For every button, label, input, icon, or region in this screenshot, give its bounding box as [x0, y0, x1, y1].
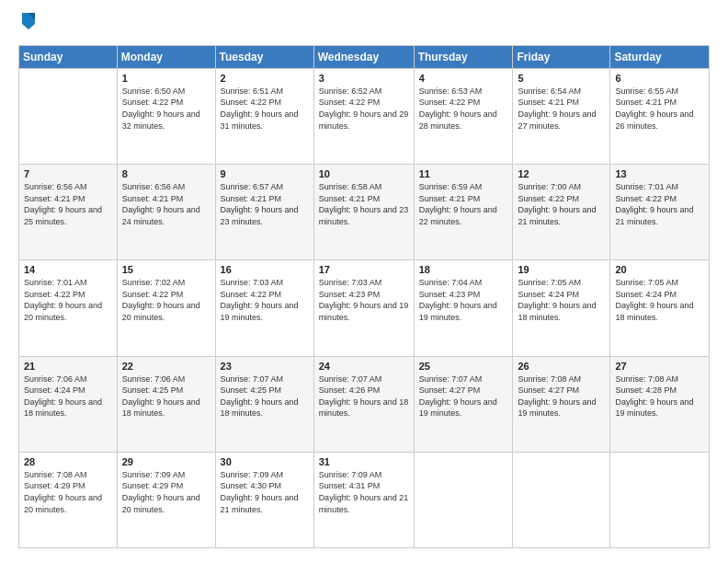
day-info: Sunrise: 7:01 AMSunset: 4:22 PMDaylight:…	[24, 277, 112, 323]
calendar-week-5: 28Sunrise: 7:08 AMSunset: 4:29 PMDayligh…	[19, 452, 710, 547]
day-info: Sunrise: 7:05 AMSunset: 4:24 PMDaylight:…	[615, 277, 704, 323]
calendar-cell: 22Sunrise: 7:06 AMSunset: 4:25 PMDayligh…	[117, 356, 215, 452]
calendar-cell: 19Sunrise: 7:05 AMSunset: 4:24 PMDayligh…	[513, 260, 610, 356]
day-number: 17	[319, 264, 409, 275]
day-info: Sunrise: 6:59 AMSunset: 4:21 PMDaylight:…	[419, 181, 508, 227]
day-number: 3	[319, 73, 409, 84]
day-number: 23	[221, 361, 309, 372]
day-info: Sunrise: 7:07 AMSunset: 4:25 PMDaylight:…	[221, 373, 309, 419]
day-info: Sunrise: 6:50 AMSunset: 4:22 PMDaylight:…	[122, 86, 210, 132]
calendar-cell: 30Sunrise: 7:09 AMSunset: 4:30 PMDayligh…	[215, 452, 313, 547]
day-info: Sunrise: 7:08 AMSunset: 4:29 PMDaylight:…	[24, 469, 112, 515]
calendar-cell: 5Sunrise: 6:54 AMSunset: 4:21 PMDaylight…	[513, 68, 610, 164]
calendar-cell: 24Sunrise: 7:07 AMSunset: 4:26 PMDayligh…	[313, 356, 414, 452]
calendar-cell: 13Sunrise: 7:01 AMSunset: 4:22 PMDayligh…	[610, 165, 710, 260]
calendar-cell: 11Sunrise: 6:59 AMSunset: 4:21 PMDayligh…	[414, 165, 513, 260]
header	[18, 15, 710, 36]
weekday-header-monday: Monday	[117, 45, 215, 68]
day-number: 24	[319, 361, 409, 372]
day-number: 22	[122, 361, 210, 372]
calendar-cell: 23Sunrise: 7:07 AMSunset: 4:25 PMDayligh…	[215, 356, 313, 452]
weekday-header-friday: Friday	[513, 45, 610, 68]
calendar-cell: 14Sunrise: 7:01 AMSunset: 4:22 PMDayligh…	[19, 260, 118, 356]
calendar-cell	[19, 68, 118, 164]
day-number: 2	[221, 73, 309, 84]
logo-icon	[20, 11, 37, 31]
day-info: Sunrise: 7:05 AMSunset: 4:24 PMDaylight:…	[518, 277, 605, 323]
day-number: 25	[419, 361, 508, 372]
day-info: Sunrise: 6:52 AMSunset: 4:22 PMDaylight:…	[319, 86, 409, 132]
day-info: Sunrise: 7:03 AMSunset: 4:22 PMDaylight:…	[221, 277, 309, 323]
day-info: Sunrise: 7:08 AMSunset: 4:28 PMDaylight:…	[615, 373, 704, 419]
weekday-header-thursday: Thursday	[414, 45, 513, 68]
day-number: 6	[615, 73, 704, 84]
logo-text	[18, 15, 37, 36]
weekday-header-row: SundayMondayTuesdayWednesdayThursdayFrid…	[19, 45, 710, 68]
weekday-header-saturday: Saturday	[610, 45, 710, 68]
calendar-cell	[610, 452, 710, 547]
day-number: 4	[419, 73, 508, 84]
calendar-cell: 1Sunrise: 6:50 AMSunset: 4:22 PMDaylight…	[117, 68, 215, 164]
day-number: 21	[24, 361, 112, 372]
day-info: Sunrise: 6:51 AMSunset: 4:22 PMDaylight:…	[221, 86, 309, 132]
calendar-cell: 3Sunrise: 6:52 AMSunset: 4:22 PMDaylight…	[313, 68, 414, 164]
day-info: Sunrise: 6:55 AMSunset: 4:21 PMDaylight:…	[615, 86, 704, 132]
day-number: 13	[615, 168, 704, 179]
day-info: Sunrise: 7:08 AMSunset: 4:27 PMDaylight:…	[518, 373, 605, 419]
day-info: Sunrise: 6:53 AMSunset: 4:22 PMDaylight:…	[419, 86, 508, 132]
calendar-cell: 18Sunrise: 7:04 AMSunset: 4:23 PMDayligh…	[414, 260, 513, 356]
day-number: 7	[24, 168, 112, 179]
day-number: 18	[419, 264, 508, 275]
day-number: 8	[122, 168, 210, 179]
calendar-week-1: 1Sunrise: 6:50 AMSunset: 4:22 PMDaylight…	[19, 68, 710, 164]
calendar-week-2: 7Sunrise: 6:56 AMSunset: 4:21 PMDaylight…	[19, 165, 710, 260]
day-info: Sunrise: 6:54 AMSunset: 4:21 PMDaylight:…	[518, 86, 605, 132]
calendar-cell: 17Sunrise: 7:03 AMSunset: 4:23 PMDayligh…	[313, 260, 414, 356]
day-info: Sunrise: 7:04 AMSunset: 4:23 PMDaylight:…	[419, 277, 508, 323]
calendar-cell: 25Sunrise: 7:07 AMSunset: 4:27 PMDayligh…	[414, 356, 513, 452]
day-number: 29	[122, 456, 210, 467]
day-number: 14	[24, 264, 112, 275]
calendar-week-3: 14Sunrise: 7:01 AMSunset: 4:22 PMDayligh…	[19, 260, 710, 356]
day-number: 11	[419, 168, 508, 179]
calendar-cell: 31Sunrise: 7:09 AMSunset: 4:31 PMDayligh…	[313, 452, 414, 547]
calendar-cell: 8Sunrise: 6:56 AMSunset: 4:21 PMDaylight…	[117, 165, 215, 260]
day-info: Sunrise: 7:02 AMSunset: 4:22 PMDaylight:…	[122, 277, 210, 323]
calendar-cell: 7Sunrise: 6:56 AMSunset: 4:21 PMDaylight…	[19, 165, 118, 260]
day-number: 28	[24, 456, 112, 467]
day-number: 19	[518, 264, 605, 275]
day-info: Sunrise: 7:09 AMSunset: 4:29 PMDaylight:…	[122, 469, 210, 515]
calendar-cell: 6Sunrise: 6:55 AMSunset: 4:21 PMDaylight…	[610, 68, 710, 164]
calendar-cell: 27Sunrise: 7:08 AMSunset: 4:28 PMDayligh…	[610, 356, 710, 452]
calendar-cell: 26Sunrise: 7:08 AMSunset: 4:27 PMDayligh…	[513, 356, 610, 452]
calendar-cell: 15Sunrise: 7:02 AMSunset: 4:22 PMDayligh…	[117, 260, 215, 356]
day-number: 15	[122, 264, 210, 275]
calendar-cell: 21Sunrise: 7:06 AMSunset: 4:24 PMDayligh…	[19, 356, 118, 452]
day-info: Sunrise: 7:09 AMSunset: 4:31 PMDaylight:…	[319, 469, 409, 515]
calendar-cell: 28Sunrise: 7:08 AMSunset: 4:29 PMDayligh…	[19, 452, 118, 547]
calendar-cell: 4Sunrise: 6:53 AMSunset: 4:22 PMDaylight…	[414, 68, 513, 164]
calendar-cell: 12Sunrise: 7:00 AMSunset: 4:22 PMDayligh…	[513, 165, 610, 260]
calendar-cell: 10Sunrise: 6:58 AMSunset: 4:21 PMDayligh…	[313, 165, 414, 260]
day-info: Sunrise: 6:56 AMSunset: 4:21 PMDaylight:…	[24, 181, 112, 227]
day-number: 20	[615, 264, 704, 275]
day-number: 5	[518, 73, 605, 84]
day-number: 12	[518, 168, 605, 179]
calendar-cell: 2Sunrise: 6:51 AMSunset: 4:22 PMDaylight…	[215, 68, 313, 164]
day-number: 26	[518, 361, 605, 372]
day-info: Sunrise: 7:07 AMSunset: 4:26 PMDaylight:…	[319, 373, 409, 419]
weekday-header-tuesday: Tuesday	[215, 45, 313, 68]
day-info: Sunrise: 7:06 AMSunset: 4:24 PMDaylight:…	[24, 373, 112, 419]
weekday-header-sunday: Sunday	[19, 45, 118, 68]
day-info: Sunrise: 7:09 AMSunset: 4:30 PMDaylight:…	[221, 469, 309, 515]
day-info: Sunrise: 7:01 AMSunset: 4:22 PMDaylight:…	[615, 181, 704, 227]
logo	[18, 15, 37, 36]
page: SundayMondayTuesdayWednesdayThursdayFrid…	[0, 0, 728, 563]
calendar-table: SundayMondayTuesdayWednesdayThursdayFrid…	[18, 45, 710, 548]
day-number: 27	[615, 361, 704, 372]
calendar-cell	[513, 452, 610, 547]
calendar-cell: 29Sunrise: 7:09 AMSunset: 4:29 PMDayligh…	[117, 452, 215, 547]
calendar-cell: 20Sunrise: 7:05 AMSunset: 4:24 PMDayligh…	[610, 260, 710, 356]
day-info: Sunrise: 7:03 AMSunset: 4:23 PMDaylight:…	[319, 277, 409, 323]
calendar-cell	[414, 452, 513, 547]
